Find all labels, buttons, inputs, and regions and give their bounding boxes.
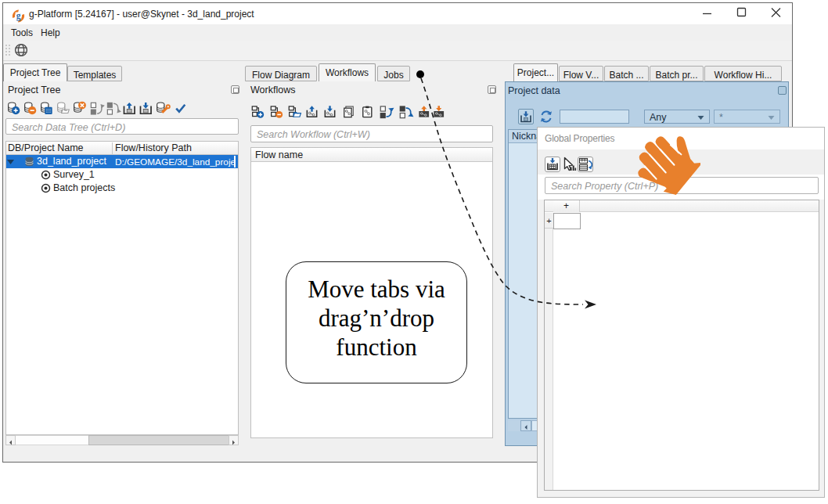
svg-text:g: g (16, 11, 21, 21)
